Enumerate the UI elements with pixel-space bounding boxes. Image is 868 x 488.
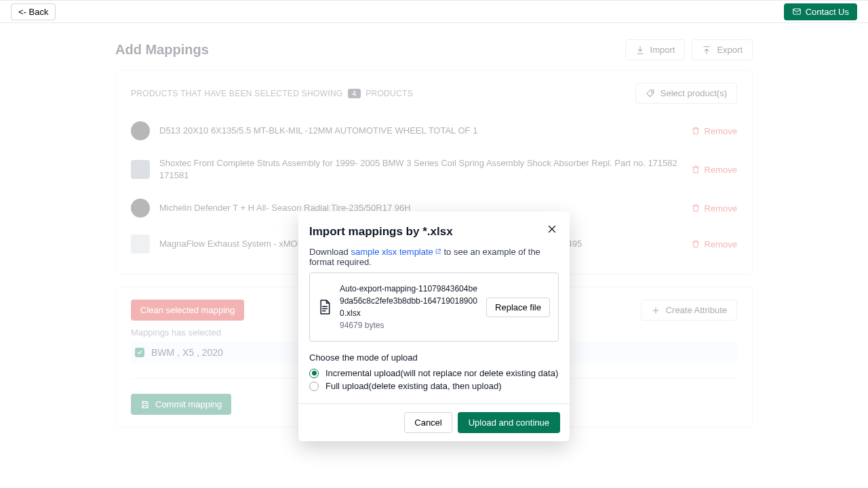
modal-close-button[interactable] [544,221,560,237]
import-modal: Import mappings by *.xlsx Download sampl… [298,211,570,441]
radio-icon [309,382,319,391]
replace-file-button[interactable]: Replace file [486,298,550,317]
back-button[interactable]: <- Back [11,3,56,20]
close-icon [546,223,558,235]
upload-mode-full[interactable]: Full upload(delete existing data, then u… [309,381,559,391]
contact-us-label: Contact Us [806,7,849,17]
external-link-icon [435,248,441,255]
top-bar: <- Back Contact Us [0,0,868,23]
upload-mode-incremental[interactable]: Incremental upload(will not replace nor … [309,368,559,378]
upload-continue-button[interactable]: Upload and continue [458,412,560,433]
upload-mode-label: Choose the mode of upload [309,352,559,363]
cancel-button[interactable]: Cancel [404,412,452,433]
radio-icon [309,369,319,378]
file-size: 94679 bytes [340,319,478,331]
file-icon [318,299,332,315]
mail-icon [792,7,802,16]
selected-file-box: Auto-export-mapping-11079843604be9da56c8… [309,272,559,342]
download-hint: Download sample xlsx template to see an … [308,247,560,267]
modal-title: Import mappings by *.xlsx [308,225,560,239]
contact-us-button[interactable]: Contact Us [784,3,857,20]
sample-template-link[interactable]: sample xlsx template [351,247,443,257]
file-name: Auto-export-mapping-11079843604be9da56c8… [340,283,478,319]
